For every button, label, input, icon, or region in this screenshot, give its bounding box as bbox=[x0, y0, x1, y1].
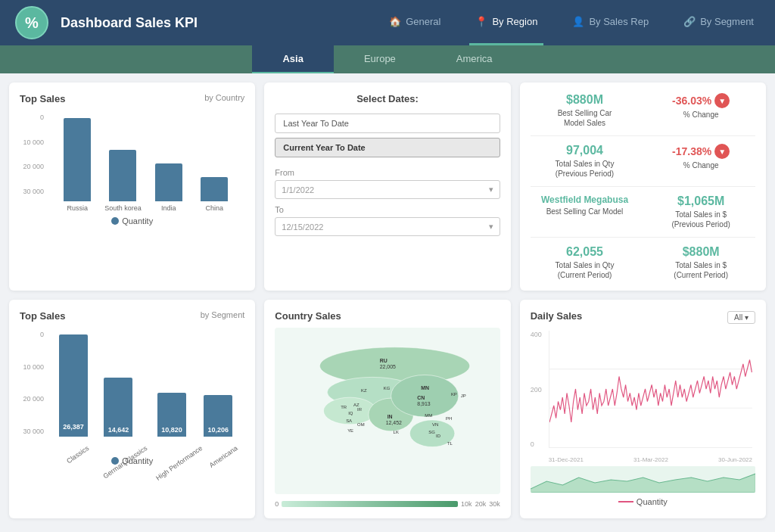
svg-text:JP: JP bbox=[461, 394, 466, 398]
bar-india-bar bbox=[155, 163, 182, 201]
home-icon: 🏠 bbox=[389, 16, 401, 27]
map-svg: RU 22,005 MN KZ KG CN 8,913 KP JP AZ TR … bbox=[275, 328, 500, 494]
daily-x-axis: 31-Dec-2021 31-Mar-2022 30-Jun-2022 bbox=[549, 456, 752, 463]
svg-text:IR: IR bbox=[357, 407, 363, 412]
from-date-input[interactable]: 1/1/2022 ▾ bbox=[275, 180, 500, 199]
bottom-row: Top Sales by Segment 30 000 20 000 10 00… bbox=[9, 300, 766, 518]
country-sales-card: Country Sales RU bbox=[264, 300, 510, 518]
mini-chart-svg bbox=[531, 466, 755, 493]
nav-by-segment[interactable]: 🔗 By Segment bbox=[677, 0, 760, 45]
kpi-divider-3 bbox=[531, 237, 755, 238]
current-year-btn[interactable]: Current Year To Date bbox=[275, 138, 500, 157]
main-content: Top Sales by Country 30 000 20 000 10 00… bbox=[0, 73, 775, 527]
legend-label-daily: Quantity bbox=[636, 497, 668, 506]
kpi-97004: 97,004 bbox=[531, 144, 640, 157]
kpi-best-selling-label: Best Selling CarModel Sales bbox=[531, 108, 640, 128]
select-dates-title: Select Dates: bbox=[275, 93, 500, 104]
kpi-change-2-label: % Change bbox=[646, 160, 755, 170]
kpi-total-qty-prev: 97,004 Total Sales in Qty(Previous Perio… bbox=[531, 144, 640, 179]
app-logo: % bbox=[15, 6, 48, 39]
map-container: RU 22,005 MN KZ KG CN 8,913 KP JP AZ TR … bbox=[275, 328, 500, 494]
bar-china-bar bbox=[201, 177, 228, 201]
top-sales-segment-title: Top Sales bbox=[20, 310, 65, 322]
bar-americana: 10,206 Americana bbox=[199, 395, 237, 452]
app-title: Dashboard Sales KPI bbox=[61, 15, 198, 31]
legend-label-country: Quantity bbox=[122, 216, 153, 226]
kpi-total-sales-prev-label: Total Sales in $(Previous Period) bbox=[646, 210, 755, 229]
line-chart-svg bbox=[549, 331, 752, 447]
svg-text:IN: IN bbox=[388, 414, 393, 419]
daily-y-axis: 400 200 0 bbox=[531, 331, 542, 448]
bar-americana-bar: 10,206 bbox=[204, 395, 232, 437]
to-date-value: 12/15/2022 bbox=[282, 222, 323, 232]
tab-europe[interactable]: Europe bbox=[334, 45, 426, 73]
bar-area-country: Russia South korea India China bbox=[47, 114, 244, 212]
to-date-input[interactable]: 12/15/2022 ▾ bbox=[275, 217, 500, 236]
line-chart-container: 400 200 0 31-Dec-2021 bbox=[531, 331, 755, 463]
x-label-dec: 31-Dec-2021 bbox=[549, 456, 584, 463]
all-filter-btn[interactable]: All ▾ bbox=[727, 311, 755, 324]
svg-text:SG: SG bbox=[429, 430, 436, 434]
down-arrow-1: ▼ bbox=[714, 93, 730, 108]
svg-text:LK: LK bbox=[394, 430, 399, 434]
from-label: From bbox=[275, 168, 500, 177]
dropdown-arrow: ▾ bbox=[489, 185, 493, 194]
nav-by-region[interactable]: 📍 By Region bbox=[469, 0, 543, 45]
bar-classics-bar: 26,387 bbox=[59, 334, 88, 437]
svg-text:CN: CN bbox=[418, 395, 425, 400]
svg-text:KZ: KZ bbox=[361, 388, 367, 393]
svg-text:MN: MN bbox=[422, 385, 430, 390]
top-sales-segment-card: Top Sales by Segment 30 000 20 000 10 00… bbox=[9, 300, 255, 518]
svg-text:12,452: 12,452 bbox=[386, 420, 402, 425]
top-row: Top Sales by Country 30 000 20 000 10 00… bbox=[9, 82, 766, 291]
kpi-change-1-val: -36.03% bbox=[672, 95, 711, 107]
svg-text:TL: TL bbox=[447, 441, 453, 446]
tab-bar: Asia Europe America bbox=[0, 45, 775, 73]
legend-dot-country bbox=[111, 217, 119, 225]
mini-chart bbox=[531, 466, 755, 493]
top-sales-country-card: Top Sales by Country 30 000 20 000 10 00… bbox=[9, 82, 255, 291]
kpi-total-qty-curr: 62,055 Total Sales in Qty(Current Period… bbox=[531, 245, 640, 280]
bar-south-korea: South korea bbox=[100, 150, 145, 212]
kpi-total-qty-prev-label: Total Sales in Qty(Previous Period) bbox=[531, 159, 640, 179]
line-chart-area bbox=[549, 331, 752, 448]
daily-sales-title: Daily Sales bbox=[531, 310, 583, 322]
kpi-panel: $880M Best Selling CarModel Sales -36.03… bbox=[520, 82, 766, 291]
scale-10k: 10k bbox=[461, 500, 472, 508]
bar-russia: Russia bbox=[54, 118, 100, 212]
kpi-best-selling-value: $880M Best Selling CarModel Sales bbox=[531, 93, 640, 128]
bar-german: 14,642 German Classics bbox=[92, 378, 145, 452]
kpi-total-sales-curr-label: Total Sales in $(Current Period) bbox=[646, 260, 755, 280]
dropdown-arrow2: ▾ bbox=[489, 222, 493, 232]
bar-americana-val: 10,206 bbox=[204, 426, 232, 434]
svg-text:ID: ID bbox=[436, 434, 440, 438]
bar-russia-label: Russia bbox=[67, 204, 88, 212]
svg-text:YE: YE bbox=[347, 428, 353, 433]
kpi-1065m: $1,065M bbox=[646, 194, 755, 208]
last-year-btn[interactable]: Last Year To Date bbox=[275, 114, 500, 133]
segment-icon: 🔗 bbox=[683, 16, 696, 27]
bar-german-val: 14,642 bbox=[104, 426, 132, 434]
top-sales-country-chart: 30 000 20 000 10 000 0 Russia South kore… bbox=[20, 114, 244, 212]
pin-icon: 📍 bbox=[475, 16, 487, 27]
tab-america[interactable]: America bbox=[426, 45, 523, 73]
bar-south-korea-label: South korea bbox=[104, 204, 142, 212]
kpi-total-qty-curr-label: Total Sales in Qty(Current Period) bbox=[531, 260, 640, 280]
y-axis-segment: 30 000 20 000 10 000 0 bbox=[20, 331, 47, 452]
nav-general[interactable]: 🏠 General bbox=[383, 0, 447, 45]
kpi-change-2-inner: -17.38% ▼ bbox=[646, 144, 755, 159]
top-sales-country-subtitle: by Country bbox=[204, 93, 244, 102]
main-nav: 🏠 General 📍 By Region 👤 By Sales Rep 🔗 B… bbox=[383, 0, 760, 45]
tab-asia[interactable]: Asia bbox=[252, 45, 333, 73]
daily-sales-card: Daily Sales All ▾ 400 200 0 bbox=[520, 300, 766, 518]
kpi-62055: 62,055 bbox=[531, 245, 640, 259]
kpi-divider-2 bbox=[531, 186, 755, 187]
kpi-change-2-val: -17.38% bbox=[672, 145, 711, 157]
nav-by-sales-rep[interactable]: 👤 By Sales Rep bbox=[566, 0, 655, 45]
bar-south-korea-bar bbox=[109, 150, 136, 201]
person-icon: 👤 bbox=[572, 16, 584, 27]
kpi-divider-1 bbox=[531, 135, 755, 136]
kpi-880m-top: $880M bbox=[531, 93, 640, 107]
kpi-change-1-label: % Change bbox=[646, 110, 755, 120]
svg-text:KP: KP bbox=[451, 392, 457, 397]
